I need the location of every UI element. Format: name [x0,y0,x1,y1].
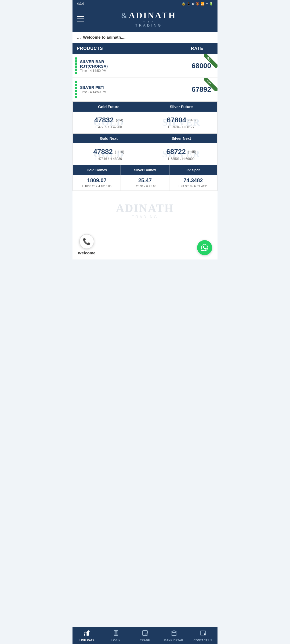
silver-comex-header: Silver Comex [121,165,169,175]
product-name-silver-bar: SILVER BARRJT(CHORSA) [80,59,185,68]
col-products-label: PRODUCTS [77,46,181,51]
phone-button[interactable]: 📞 [79,234,94,249]
inr-spot-body: 74.3482 L 74.3318 / H 74.4191 [169,175,217,191]
product-info-silver-peti: SILVER PETI Time - 4:14:50 PM [80,85,185,94]
logo-subtitle: TRADING [135,23,162,27]
silver-future-header: Silver Future [145,102,217,112]
watermark-subtitle: TRADING [116,215,174,219]
icon-minus: ⊖ [192,2,194,6]
icon-wifi: 📶 [201,2,205,6]
status-time: 4:14 [77,2,84,6]
product-time-silver-bar: Time - 4:14:50 PM [80,69,185,73]
watermark-area: ADINATH TRADING [73,191,218,230]
inr-spot-cell: Inr Spot 74.3482 L 74.3318 / H 74.4191 [169,165,217,191]
phone-icon: 📞 [83,238,91,245]
gold-future-change: (-14) [116,118,123,122]
inr-spot-range: L 74.3318 / H 74.4191 [172,185,215,188]
product-row-silver-peti: SILVER PETI Time - 4:14:50 PM 67892 [73,78,218,101]
watermark-logo: ADINATH TRADING [116,202,174,219]
floating-section: 📞 Welcome [73,230,218,259]
logo-area: & ADINATH ~ ✦ ~ TRADING [84,10,213,27]
gold-next-value: 47882 [93,148,113,156]
silver-next-header: Silver Next [145,134,217,143]
product-name-silver-peti: SILVER PETI [80,85,185,90]
logo-title: ADINATH [129,10,176,20]
gold-future-body: GOLD 47832 (-14) L 47755 / H 47908 [73,112,145,133]
col-rate-label: RATE [181,46,213,51]
main-content: PRODUCTS RATE SILVER BARRJT(CHORSA) Time… [73,43,218,259]
gold-next-range: L 47816 / H 48030 [96,157,122,161]
logo-decoration: ~ ✦ ~ [143,20,154,23]
buy-ribbon-2[interactable] [204,78,218,91]
gold-comex-range: L 1806.23 / H 1816.86 [75,185,118,188]
futures-grid: Gold Future GOLD 47832 (-14) L 47755 / H… [73,101,218,165]
gold-next-cell: Gold Next GOLD 47882 (-119) L 47816 / H … [73,133,145,165]
product-row-silver-bar: SILVER BARRJT(CHORSA) Time - 4:14:50 PM … [73,54,218,78]
gold-future-value: 47832 [94,116,114,124]
hamburger-menu[interactable] [77,16,84,21]
inr-spot-header: Inr Spot [169,165,217,175]
inr-spot-value: 74.3482 [172,177,215,184]
welcome-message: Welcome to adinath.... [83,35,125,39]
icon-battery: 🔋 [209,2,213,6]
gold-future-header: Gold Future [73,102,145,112]
icon-no-signal: ▪▪ [206,2,208,6]
welcome-bar: ... Welcome to adinath.... [73,32,218,43]
silver-next-change: (+45) [188,150,196,154]
watermark-title: ADINATH [116,202,174,215]
app-header: & ADINATH ~ ✦ ~ TRADING [73,7,218,32]
icon-lock: 🔒 [182,2,186,6]
comex-grid: Gold Comex 1809.07 L 1806.23 / H 1816.86… [73,165,218,191]
gold-comex-header: Gold Comex [73,165,121,175]
silver-comex-cell: Silver Comex 25.47 L 25.31 / H 25.63 [121,165,169,191]
gold-comex-value: 1809.07 [75,177,118,184]
status-bar: 4:14 🔒 📱 ⊖ 🔕 📶 ▪▪ 🔋 [73,0,218,7]
status-icons: 🔒 📱 ⊖ 🔕 📶 ▪▪ 🔋 [182,2,213,6]
buy-ribbon-1[interactable] [204,54,218,68]
silver-future-value: 67804 [167,116,186,124]
green-dots-1 [73,57,80,74]
gold-next-change: (-119) [115,150,124,154]
gold-next-body: GOLD 47882 (-119) L 47816 / H 48030 [73,143,145,165]
icon-mute: 🔕 [195,2,200,6]
silver-future-body: SILVER 67804 (-43) L 67634 / H 68177 [145,112,217,133]
silver-future-range: L 67634 / H 68177 [168,125,194,129]
whatsapp-icon [200,243,209,252]
whatsapp-button[interactable] [197,240,212,255]
gold-future-range: L 47755 / H 47908 [96,125,122,129]
silver-next-range: L 68501 / H 69000 [168,157,194,161]
green-dots-2 [73,81,80,98]
gold-next-header: Gold Next [73,134,145,143]
silver-comex-value: 25.47 [123,177,166,184]
welcome-ellipsis: ... [77,34,81,40]
gold-future-cell: Gold Future GOLD 47832 (-14) L 47755 / H… [73,102,145,133]
gold-comex-cell: Gold Comex 1809.07 L 1806.23 / H 1816.86 [73,165,121,191]
gold-comex-body: 1809.07 L 1806.23 / H 1816.86 [73,175,121,191]
table-header: PRODUCTS RATE [73,43,218,54]
welcome-label: Welcome [78,251,96,255]
silver-next-body: SILVER 68722 (+45) L 68501 / H 69000 [145,143,217,165]
silver-next-value: 68722 [166,148,186,156]
icon-phone-signal: 📱 [187,2,191,6]
silver-next-cell: Silver Next SILVER 68722 (+45) L 68501 /… [145,133,218,165]
silver-comex-body: 25.47 L 25.31 / H 25.63 [121,175,169,191]
silver-future-change: (-43) [188,118,195,122]
product-info-silver-bar: SILVER BARRJT(CHORSA) Time - 4:14:50 PM [80,59,185,73]
silver-future-cell: Silver Future SILVER 67804 (-43) L 67634… [145,102,218,133]
silver-comex-range: L 25.31 / H 25.63 [123,185,166,188]
product-time-silver-peti: Time - 4:14:50 PM [80,90,185,94]
